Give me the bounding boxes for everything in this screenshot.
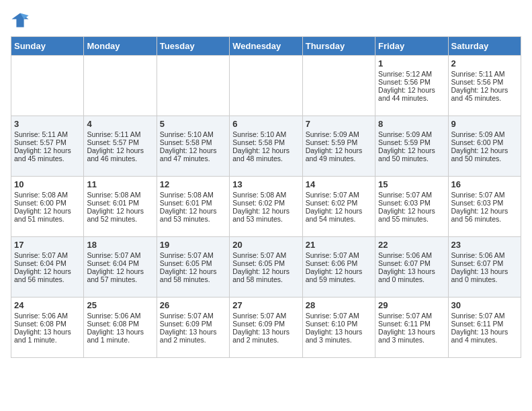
day-info: Daylight: 13 hours bbox=[451, 267, 518, 275]
day-number: 3 bbox=[14, 119, 81, 129]
day-info: Sunset: 6:06 PM bbox=[306, 259, 372, 267]
calendar-cell: 17Sunrise: 5:07 AMSunset: 6:04 PMDayligh… bbox=[11, 237, 84, 298]
day-info: and 3 minutes. bbox=[378, 336, 445, 344]
day-info: Daylight: 12 hours bbox=[451, 86, 518, 94]
day-info: and 59 minutes. bbox=[306, 275, 372, 283]
day-info: Sunrise: 5:07 AM bbox=[87, 251, 153, 259]
day-info: Sunset: 5:56 PM bbox=[378, 78, 445, 86]
day-info: Sunrise: 5:07 AM bbox=[306, 191, 372, 199]
day-info: Daylight: 12 hours bbox=[160, 146, 226, 154]
day-info: Sunrise: 5:08 AM bbox=[232, 191, 299, 199]
day-info: Daylight: 12 hours bbox=[378, 146, 445, 154]
calendar-cell: 8Sunrise: 5:09 AMSunset: 5:59 PMDaylight… bbox=[375, 116, 448, 177]
day-info: Sunrise: 5:09 AM bbox=[306, 130, 372, 138]
day-info: Sunrise: 5:07 AM bbox=[306, 312, 372, 320]
day-number: 9 bbox=[451, 119, 518, 129]
day-info: Sunset: 6:08 PM bbox=[14, 320, 81, 328]
day-info: Sunset: 6:02 PM bbox=[232, 199, 299, 207]
day-number: 15 bbox=[378, 179, 445, 189]
day-info: Daylight: 12 hours bbox=[87, 267, 153, 275]
day-number: 10 bbox=[14, 179, 81, 189]
day-info: Daylight: 13 hours bbox=[160, 328, 226, 336]
day-info: Sunrise: 5:07 AM bbox=[232, 312, 299, 320]
day-info: and 4 minutes. bbox=[451, 336, 518, 344]
day-info: Sunrise: 5:07 AM bbox=[232, 251, 299, 259]
day-info: and 46 minutes. bbox=[87, 154, 153, 163]
day-info: and 0 minutes. bbox=[451, 275, 518, 283]
day-info: Sunset: 6:05 PM bbox=[232, 259, 299, 267]
day-info: Sunset: 6:07 PM bbox=[451, 259, 518, 267]
day-info: and 56 minutes. bbox=[14, 275, 81, 283]
day-info: Daylight: 12 hours bbox=[306, 146, 372, 154]
day-number: 18 bbox=[87, 240, 153, 250]
day-info: Sunrise: 5:09 AM bbox=[451, 130, 518, 138]
day-info: and 50 minutes. bbox=[451, 154, 518, 163]
day-number: 25 bbox=[87, 300, 153, 310]
calendar-cell: 30Sunrise: 5:07 AMSunset: 6:11 PMDayligh… bbox=[448, 298, 521, 358]
day-info: Sunrise: 5:08 AM bbox=[87, 191, 153, 199]
day-info: Sunset: 6:11 PM bbox=[378, 320, 445, 328]
col-header-sunday: Sunday bbox=[11, 37, 84, 56]
day-info: Sunrise: 5:07 AM bbox=[378, 312, 445, 320]
day-info: Sunrise: 5:06 AM bbox=[451, 251, 518, 259]
calendar-cell: 1Sunrise: 5:12 AMSunset: 5:56 PMDaylight… bbox=[375, 56, 448, 116]
day-number: 4 bbox=[87, 119, 153, 129]
day-number: 23 bbox=[451, 240, 518, 250]
day-info: Sunset: 5:58 PM bbox=[160, 138, 226, 146]
day-info: and 56 minutes. bbox=[451, 215, 518, 223]
calendar-cell: 5Sunrise: 5:10 AMSunset: 5:58 PMDaylight… bbox=[157, 116, 229, 177]
day-info: and 51 minutes. bbox=[14, 215, 81, 223]
day-info: Sunset: 6:08 PM bbox=[87, 320, 153, 328]
day-info: and 0 minutes. bbox=[378, 275, 445, 283]
day-info: Daylight: 12 hours bbox=[306, 207, 372, 215]
col-header-monday: Monday bbox=[84, 37, 157, 56]
day-info: Sunrise: 5:08 AM bbox=[160, 191, 226, 199]
day-info: Daylight: 12 hours bbox=[232, 207, 299, 215]
day-info: Sunset: 6:01 PM bbox=[87, 199, 153, 207]
day-info: and 45 minutes. bbox=[451, 94, 518, 102]
day-info: Sunset: 5:57 PM bbox=[87, 138, 153, 146]
day-info: Sunset: 6:00 PM bbox=[451, 138, 518, 146]
day-info: and 1 minute. bbox=[14, 336, 81, 344]
day-info: Daylight: 13 hours bbox=[378, 328, 445, 336]
day-info: Sunrise: 5:09 AM bbox=[378, 130, 445, 138]
calendar-cell: 25Sunrise: 5:06 AMSunset: 6:08 PMDayligh… bbox=[84, 298, 157, 358]
day-info: Sunset: 5:57 PM bbox=[14, 138, 81, 146]
day-number: 12 bbox=[160, 179, 226, 189]
calendar-cell: 24Sunrise: 5:06 AMSunset: 6:08 PMDayligh… bbox=[11, 298, 84, 358]
day-info: Sunrise: 5:06 AM bbox=[87, 312, 153, 320]
day-number: 11 bbox=[87, 179, 153, 189]
calendar-cell: 19Sunrise: 5:07 AMSunset: 6:05 PMDayligh… bbox=[157, 237, 229, 298]
calendar-cell: 12Sunrise: 5:08 AMSunset: 6:01 PMDayligh… bbox=[157, 177, 229, 237]
calendar-cell: 11Sunrise: 5:08 AMSunset: 6:01 PMDayligh… bbox=[84, 177, 157, 237]
calendar-cell: 15Sunrise: 5:07 AMSunset: 6:03 PMDayligh… bbox=[375, 177, 448, 237]
calendar-cell: 22Sunrise: 5:06 AMSunset: 6:07 PMDayligh… bbox=[375, 237, 448, 298]
day-info: Daylight: 12 hours bbox=[160, 267, 226, 275]
day-info: Daylight: 12 hours bbox=[14, 207, 81, 215]
calendar-cell bbox=[84, 56, 157, 116]
calendar-cell: 3Sunrise: 5:11 AMSunset: 5:57 PMDaylight… bbox=[11, 116, 84, 177]
day-info: Sunset: 6:00 PM bbox=[14, 199, 81, 207]
calendar-cell: 21Sunrise: 5:07 AMSunset: 6:06 PMDayligh… bbox=[302, 237, 375, 298]
calendar-cell bbox=[157, 56, 229, 116]
day-info: Sunset: 5:58 PM bbox=[232, 138, 299, 146]
day-number: 2 bbox=[451, 58, 518, 68]
day-info: Sunrise: 5:11 AM bbox=[87, 130, 153, 138]
calendar-cell: 6Sunrise: 5:10 AMSunset: 5:58 PMDaylight… bbox=[230, 116, 302, 177]
day-info: and 48 minutes. bbox=[232, 154, 299, 163]
page-header bbox=[11, 11, 521, 30]
day-number: 6 bbox=[232, 119, 299, 129]
day-info: Daylight: 12 hours bbox=[451, 207, 518, 215]
day-info: Daylight: 12 hours bbox=[232, 267, 299, 275]
calendar-cell: 7Sunrise: 5:09 AMSunset: 5:59 PMDaylight… bbox=[302, 116, 375, 177]
day-info: Sunrise: 5:11 AM bbox=[451, 70, 518, 78]
calendar-cell: 23Sunrise: 5:06 AMSunset: 6:07 PMDayligh… bbox=[448, 237, 521, 298]
calendar-cell: 10Sunrise: 5:08 AMSunset: 6:00 PMDayligh… bbox=[11, 177, 84, 237]
day-info: Sunrise: 5:07 AM bbox=[378, 191, 445, 199]
day-number: 26 bbox=[160, 300, 226, 310]
calendar-cell: 28Sunrise: 5:07 AMSunset: 6:10 PMDayligh… bbox=[302, 298, 375, 358]
calendar-cell: 27Sunrise: 5:07 AMSunset: 6:09 PMDayligh… bbox=[230, 298, 302, 358]
day-info: Sunset: 6:07 PM bbox=[378, 259, 445, 267]
day-number: 7 bbox=[306, 119, 372, 129]
day-info: Daylight: 12 hours bbox=[306, 267, 372, 275]
